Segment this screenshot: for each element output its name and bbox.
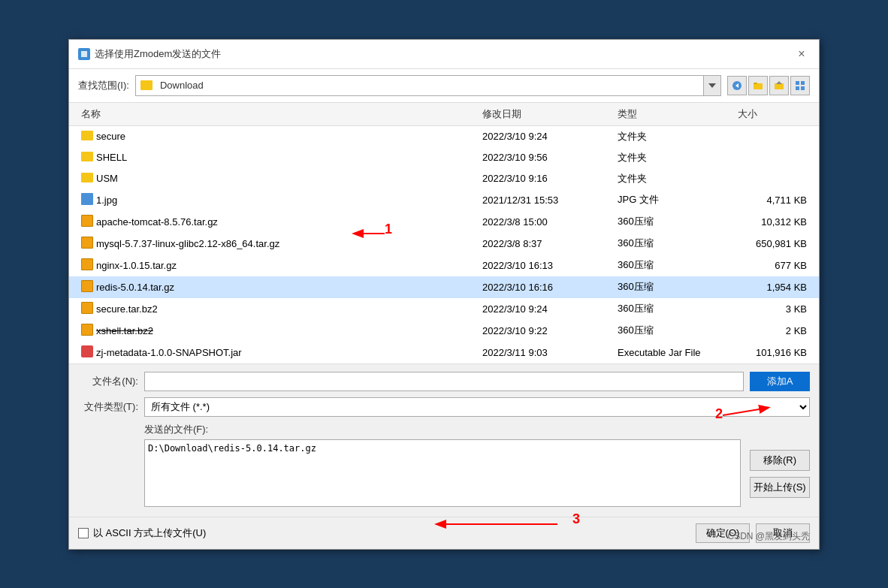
- svg-rect-4: [754, 83, 763, 89]
- ascii-checkbox[interactable]: [78, 528, 89, 538]
- send-files-area: D:\Download\redis-5.0.14.tar.gz 移除(R) 开始…: [144, 439, 810, 509]
- svg-rect-9: [801, 81, 805, 85]
- nav-up-button[interactable]: [769, 76, 789, 95]
- file-size: 101,916 KB: [735, 345, 810, 360]
- svg-rect-10: [796, 86, 799, 90]
- file-name: 1.jpg: [96, 194, 117, 206]
- send-files-left: D:\Download\redis-5.0.14.tar.gz: [144, 439, 741, 509]
- file-name-cell: redis-5.0.14.tar.gz: [78, 279, 479, 296]
- location-bar: Download: [135, 75, 721, 96]
- dialog-window: 选择使用Zmodem发送的文件 × 查找范围(I): Download: [68, 39, 820, 550]
- table-row[interactable]: mysql-5.7.37-linux-glibc2.12-x86_64.tar.…: [69, 233, 819, 255]
- bottom-section: 文件名(N): 添加A 文件类型(T): 所有文件 (*.*) 发送的文件(F)…: [69, 364, 819, 517]
- svg-marker-1: [708, 83, 716, 88]
- file-size: 1,954 KB: [735, 280, 810, 294]
- file-type-icon: [81, 302, 93, 316]
- title-bar-left: 选择使用Zmodem发送的文件: [78, 47, 221, 61]
- add-button[interactable]: 添加A: [750, 372, 810, 391]
- file-name: redis-5.0.14.tar.gz: [96, 282, 174, 293]
- file-name-cell: 1.jpg: [78, 191, 479, 209]
- table-row[interactable]: xshell.tar.bz2 2022/3/10 9:22 360压缩 2 KB: [69, 320, 819, 342]
- folder-icon: [140, 80, 153, 90]
- table-row[interactable]: secure 2022/3/10 9:24 文件夹: [69, 126, 819, 147]
- archive-icon: [81, 324, 93, 336]
- toolbar-buttons: [727, 76, 810, 95]
- nav-back-button[interactable]: [727, 76, 747, 95]
- location-dropdown[interactable]: [703, 76, 720, 95]
- footer: 以 ASCII 方式上传文件(U) 确定(O) 取消: [69, 517, 819, 549]
- send-files-label: 发送的文件(F):: [144, 423, 810, 436]
- dialog-icon: [78, 48, 90, 60]
- send-files-textarea[interactable]: D:\Download\redis-5.0.14.tar.gz: [144, 439, 741, 507]
- svg-rect-6: [775, 83, 784, 89]
- table-row[interactable]: apache-tomcat-8.5.76.tar.gz 2022/3/8 15:…: [69, 211, 819, 233]
- ascii-label: 以 ASCII 方式上传文件(U): [93, 526, 206, 540]
- table-row[interactable]: redis-5.0.14.tar.gz 2022/3/10 16:16 360压…: [69, 276, 819, 298]
- file-date: 2022/3/10 9:16: [479, 171, 615, 185]
- file-name: xshell.tar.bz2: [96, 325, 153, 336]
- svg-marker-7: [776, 81, 782, 84]
- archive-icon: [81, 302, 93, 314]
- watermark: CSDN @黑发到头秃: [727, 530, 810, 543]
- file-date: 2022/3/10 16:13: [479, 258, 615, 273]
- file-name-cell: SHELL: [78, 150, 479, 165]
- folder-icon: [81, 131, 93, 140]
- file-kind: 360压缩: [615, 257, 735, 273]
- filetype-label: 文件类型(T):: [78, 400, 138, 414]
- remove-button[interactable]: 移除(R): [750, 450, 810, 471]
- file-type-icon: [81, 173, 93, 185]
- archive-icon: [81, 258, 93, 270]
- file-name: secure.tar.bz2: [96, 303, 158, 315]
- file-type-icon: [81, 345, 93, 360]
- file-type-icon: [81, 258, 93, 273]
- table-row[interactable]: USM 2022/3/10 9:16 文件夹: [69, 168, 819, 189]
- close-button[interactable]: ×: [793, 46, 810, 62]
- file-name: secure: [96, 131, 125, 142]
- table-row[interactable]: 1.jpg 2021/12/31 15:53 JPG 文件 4,711 KB: [69, 189, 819, 211]
- upload-button[interactable]: 开始上传(S): [750, 477, 810, 498]
- file-kind: 文件夹: [615, 170, 735, 187]
- file-name-cell: xshell.tar.bz2: [78, 322, 479, 339]
- file-type-icon: [81, 324, 93, 338]
- file-name-cell: mysql-5.7.37-linux-glibc2.12-x86_64.tar.…: [78, 235, 479, 252]
- file-size: 10,312 KB: [735, 215, 810, 229]
- nav-view-button[interactable]: [790, 76, 810, 95]
- filename-input[interactable]: [144, 372, 744, 391]
- archive-icon: [81, 215, 93, 227]
- folder-icon: [81, 173, 93, 182]
- file-size: 2 KB: [735, 324, 810, 338]
- table-row[interactable]: nginx-1.0.15.tar.gz 2022/3/10 16:13 360压…: [69, 255, 819, 276]
- file-kind: JPG 文件: [615, 191, 735, 208]
- header-type: 类型: [615, 106, 735, 122]
- file-size: 677 KB: [735, 258, 810, 273]
- file-date: 2022/3/8 15:00: [479, 215, 615, 229]
- file-name: apache-tomcat-8.5.76.tar.gz: [96, 216, 218, 228]
- file-date: 2022/3/10 9:22: [479, 324, 615, 338]
- file-kind: Executable Jar File: [615, 345, 735, 360]
- footer-left: 以 ASCII 方式上传文件(U): [78, 526, 206, 540]
- file-area: 名称 修改日期 类型 大小 secure 2022/3/10 9:24 文件夹 …: [69, 103, 819, 364]
- folder-icon: [81, 152, 93, 161]
- svg-rect-11: [801, 86, 805, 90]
- file-date: 2022/3/11 9:03: [479, 345, 615, 360]
- file-date: 2022/3/10 9:56: [479, 150, 615, 164]
- toolbar: 查找范围(I): Download: [69, 69, 819, 103]
- filetype-select[interactable]: 所有文件 (*.*): [144, 397, 810, 417]
- location-text: Download: [157, 80, 703, 91]
- table-row[interactable]: zj-metadata-1.0.0-SNAPSHOT.jar 2022/3/11…: [69, 342, 819, 363]
- file-size: [735, 156, 810, 159]
- send-files-right: 移除(R) 开始上传(S): [750, 439, 810, 509]
- location-folder-icon: [136, 80, 157, 90]
- file-date: 2022/3/8 8:37: [479, 237, 615, 251]
- svg-rect-5: [754, 83, 757, 84]
- file-name-cell: secure: [78, 129, 479, 144]
- table-row[interactable]: SHELL 2022/3/10 9:56 文件夹: [69, 147, 819, 168]
- filename-label: 文件名(N):: [78, 375, 138, 388]
- file-type-icon: [81, 193, 93, 207]
- file-size: [735, 135, 810, 138]
- table-row[interactable]: secure.tar.bz2 2022/3/10 9:24 360压缩 3 KB: [69, 298, 819, 320]
- filetype-row: 文件类型(T): 所有文件 (*.*): [78, 397, 810, 417]
- file-kind: 360压缩: [615, 300, 735, 317]
- nav-folder-button[interactable]: [748, 76, 768, 95]
- dialog-title: 选择使用Zmodem发送的文件: [95, 47, 221, 61]
